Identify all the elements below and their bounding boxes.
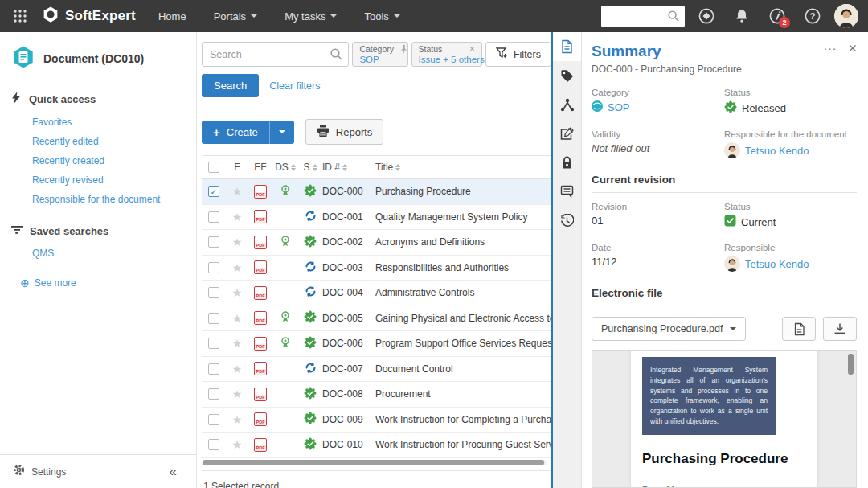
close-panel-button[interactable]: × <box>848 43 857 54</box>
row-checkbox[interactable] <box>208 439 219 450</box>
search-button[interactable]: Search <box>202 74 259 97</box>
reports-button[interactable]: Reports <box>305 119 384 145</box>
table-row[interactable]: ★ PDF <box>202 306 551 332</box>
tab-revision-notes-icon[interactable] <box>553 119 581 148</box>
table-row[interactable]: ★ PDF <box>202 357 551 383</box>
sidebar-item-responsible[interactable]: Responsible for the document <box>11 187 185 206</box>
document-search-input[interactable] <box>202 42 349 67</box>
filter-chip-category[interactable]: Category SOP <box>352 42 407 67</box>
tab-structure-icon[interactable] <box>553 90 581 119</box>
table-row[interactable]: ★ PDF <box>202 382 551 408</box>
settings-button[interactable]: Settings <box>31 466 66 478</box>
collapse-sidebar-button[interactable]: « <box>170 464 177 480</box>
favorite-star-icon[interactable]: ★ <box>232 312 243 325</box>
app-grid-icon[interactable] <box>10 6 31 27</box>
clear-filters-link[interactable]: Clear filters <box>269 80 320 92</box>
nav-portals[interactable]: Portals <box>214 10 257 23</box>
favorite-star-icon[interactable]: ★ <box>232 261 243 274</box>
sort-icon[interactable] <box>291 164 296 171</box>
row-checkbox[interactable] <box>208 414 219 425</box>
category-link[interactable]: SOP <box>608 101 629 113</box>
column-distribution[interactable]: DS <box>272 162 298 173</box>
column-electronic-file[interactable]: EF <box>248 162 272 173</box>
view-file-button[interactable] <box>782 317 816 341</box>
sort-icon[interactable] <box>395 164 400 171</box>
pdf-file-icon[interactable]: PDF <box>254 286 267 300</box>
sort-icon[interactable] <box>313 164 317 171</box>
favorite-star-icon[interactable]: ★ <box>232 236 243 248</box>
sidebar-item-qms[interactable]: QMS <box>11 240 185 260</box>
table-row[interactable]: ★ PDF <box>202 408 551 433</box>
select-all-checkbox[interactable] <box>208 162 219 173</box>
table-row[interactable]: ✓ ★ PDF <box>202 179 551 205</box>
create-button[interactable]: + Create <box>202 121 269 144</box>
column-title[interactable]: Title <box>375 162 551 173</box>
table-row[interactable]: ★ PDF <box>202 256 551 281</box>
nav-my-tasks[interactable]: My tasks <box>285 10 337 23</box>
brand-logo[interactable]: SoftExpert <box>42 6 136 27</box>
row-checkbox[interactable] <box>208 287 219 298</box>
column-status[interactable]: S <box>298 162 322 173</box>
nav-home[interactable]: Home <box>158 10 186 23</box>
pdf-file-icon[interactable]: PDF <box>254 260 267 274</box>
help-icon[interactable]: ? <box>799 2 826 30</box>
sidebar-item-recently-revised[interactable]: Recently revised <box>11 167 185 187</box>
favorite-star-icon[interactable]: ★ <box>232 286 243 299</box>
row-checkbox[interactable] <box>208 363 219 375</box>
sidebar-item-recently-edited[interactable]: Recently edited <box>11 129 185 148</box>
favorite-star-icon[interactable]: ★ <box>232 211 243 223</box>
pdf-file-icon[interactable]: PDF <box>254 388 267 401</box>
close-icon[interactable]: × <box>469 45 475 53</box>
pending-tasks-icon[interactable]: 2 <box>764 2 791 30</box>
table-row[interactable]: ★ PDF <box>202 205 551 231</box>
pdf-file-icon[interactable]: PDF <box>254 236 267 249</box>
pdf-file-icon[interactable]: PDF <box>254 362 267 375</box>
more-options-button[interactable]: ··· <box>823 44 837 52</box>
preview-scrollbar-thumb[interactable] <box>848 354 854 375</box>
favorite-star-icon[interactable]: ★ <box>232 363 243 375</box>
responsible-link[interactable]: Tetsuo Kendo <box>745 145 809 157</box>
table-row[interactable]: ★ PDF <box>202 281 551 306</box>
notifications-bell-icon[interactable] <box>728 2 755 30</box>
favorite-star-icon[interactable]: ★ <box>232 388 243 400</box>
search-icon[interactable] <box>667 10 680 26</box>
file-select-dropdown[interactable]: Purchansing Procedure.pdf <box>592 317 746 341</box>
pdf-file-icon[interactable]: PDF <box>254 337 267 351</box>
tab-tags-icon[interactable] <box>553 61 581 90</box>
row-checkbox[interactable] <box>208 338 219 349</box>
tab-comments-icon[interactable] <box>553 177 581 206</box>
favorite-star-icon[interactable]: ★ <box>232 413 243 426</box>
filter-chip-status[interactable]: Status× Issue + 5 others <box>411 42 482 67</box>
column-id[interactable]: ID # <box>322 162 375 173</box>
revision-responsible-link[interactable]: Tetsuo Kendo <box>745 258 809 270</box>
filters-button[interactable]: Filters <box>485 42 551 67</box>
sort-icon[interactable] <box>342 164 347 171</box>
row-checkbox[interactable] <box>208 236 219 248</box>
row-checkbox[interactable] <box>208 211 219 223</box>
scrollbar-thumb[interactable] <box>203 460 544 465</box>
nav-tools[interactable]: Tools <box>364 10 399 23</box>
table-row[interactable]: ★ PDF <box>202 433 551 458</box>
tab-security-lock-icon[interactable] <box>553 148 581 177</box>
pdf-file-icon[interactable]: PDF <box>254 185 267 199</box>
table-row[interactable]: ★ PDF <box>202 230 551 256</box>
launcher-icon[interactable] <box>693 2 720 30</box>
tab-history-clock-icon[interactable] <box>553 206 581 235</box>
row-checkbox[interactable] <box>208 313 219 324</box>
pdf-file-icon[interactable]: PDF <box>254 438 267 452</box>
pdf-file-icon[interactable]: PDF <box>254 311 267 325</box>
column-favorite[interactable]: F <box>226 162 248 173</box>
row-checkbox[interactable] <box>208 388 219 400</box>
create-dropdown-button[interactable] <box>269 121 294 144</box>
sidebar-item-favorites[interactable]: Favorites <box>11 109 185 129</box>
sidebar-item-recently-created[interactable]: Recently created <box>11 148 185 167</box>
download-button[interactable] <box>823 317 857 341</box>
pdf-file-icon[interactable]: PDF <box>254 412 267 426</box>
favorite-star-icon[interactable]: ★ <box>232 337 243 350</box>
search-icon[interactable] <box>330 47 343 64</box>
pin-icon[interactable] <box>400 45 407 54</box>
row-checkbox[interactable]: ✓ <box>208 186 219 197</box>
favorite-star-icon[interactable]: ★ <box>232 185 243 198</box>
see-more-link[interactable]: ⊕ See more <box>20 277 185 289</box>
row-checkbox[interactable] <box>208 262 219 273</box>
